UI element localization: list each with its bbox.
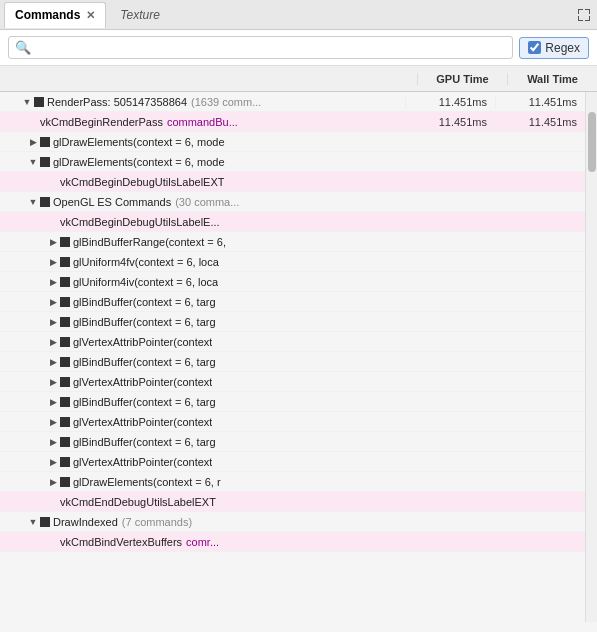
col-gpu-header: GPU Time	[417, 73, 507, 85]
table-row[interactable]: ▼ glDrawElements(context = 6, mode	[0, 152, 585, 172]
col-wall-header: Wall Time	[507, 73, 597, 85]
table-row[interactable]: ▶ glUniform4fv(context = 6, loca	[0, 252, 585, 272]
expand-icon[interactable]: ▶	[46, 315, 60, 329]
table-row[interactable]: vkCmdEndDebugUtilsLabelEXT	[0, 492, 585, 512]
table-row[interactable]: ▶ glBindBuffer(context = 6, targ	[0, 392, 585, 412]
table-row[interactable]: vkCmdBeginDebugUtilsLabelE...	[0, 212, 585, 232]
tree-container: ▼ RenderPass: 505147358864 (1639 comm...…	[0, 92, 597, 622]
tree-cell: vkCmdBeginDebugUtilsLabelE...	[0, 216, 405, 228]
row-label: vkCmdBindVertexBuffers	[60, 536, 182, 548]
table-row[interactable]: ▶ glVertexAttribPointer(context	[0, 332, 585, 352]
tab-close-icon[interactable]: ✕	[86, 9, 95, 22]
collapse-icon[interactable]: ▼	[26, 195, 40, 209]
tree-cell: vkCmdBindVertexBuffers comr...	[0, 536, 405, 548]
expand-icon[interactable]: ▶	[46, 475, 60, 489]
search-bar: 🔍 Regex	[0, 30, 597, 66]
row-subtext: (30 comma...	[175, 196, 239, 208]
tree-cell: vkCmdBeginRenderPass commandBu...	[0, 116, 405, 128]
table-row[interactable]: vkCmdBindVertexBuffers comr...	[0, 532, 585, 552]
tab-commands-label: Commands	[15, 8, 80, 22]
gpu-time-val: 11.451ms	[405, 116, 495, 128]
row-subtext: (7 commands)	[122, 516, 192, 528]
row-label: vkCmdBeginDebugUtilsLabelEXT	[60, 176, 224, 188]
table-row[interactable]: ▶ glBindBuffer(context = 6, targ	[0, 312, 585, 332]
table-row[interactable]: ▶ glBindBufferRange(context = 6,	[0, 232, 585, 252]
row-icon	[40, 517, 50, 527]
table-row[interactable]: vkCmdBeginRenderPass commandBu... 11.451…	[0, 112, 585, 132]
regex-checkbox[interactable]	[528, 41, 541, 54]
tab-texture-label: Texture	[120, 8, 160, 22]
tree-cell: ▶ glBindBuffer(context = 6, targ	[0, 315, 405, 329]
row-label: glBindBuffer(context = 6, targ	[73, 436, 216, 448]
tree-cell: ▶ glUniform4fv(context = 6, loca	[0, 255, 405, 269]
expand-icon[interactable]: ▶	[26, 135, 40, 149]
row-label: vkCmdBeginRenderPass	[40, 116, 163, 128]
table-row[interactable]: ▶ glVertexAttribPointer(context	[0, 452, 585, 472]
table-row[interactable]: ▶ glDrawElements(context = 6, mode	[0, 132, 585, 152]
expand-icon[interactable]: ▶	[46, 255, 60, 269]
row-label: glVertexAttribPointer(context	[73, 416, 212, 428]
row-icon	[34, 97, 44, 107]
tree-cell: vkCmdEndDebugUtilsLabelEXT	[0, 496, 405, 508]
expand-icon[interactable]: ▶	[46, 455, 60, 469]
row-icon	[60, 437, 70, 447]
tree-cell: ▶ glVertexAttribPointer(context	[0, 335, 405, 349]
tree-cell: ▶ glUniform4iv(context = 6, loca	[0, 275, 405, 289]
tree-scroll[interactable]: ▼ RenderPass: 505147358864 (1639 comm...…	[0, 92, 585, 622]
expand-icon[interactable]: ▶	[46, 395, 60, 409]
svg-rect-5	[578, 16, 579, 21]
row-icon	[60, 457, 70, 467]
expand-icon[interactable]: ▶	[46, 275, 60, 289]
tree-cell: ▶ glBindBufferRange(context = 6,	[0, 235, 405, 249]
collapse-icon[interactable]: ▼	[26, 155, 40, 169]
svg-rect-1	[578, 9, 579, 14]
tree-cell: ▶ glDrawElements(context = 6, r	[0, 475, 405, 489]
expand-icon[interactable]: ▶	[46, 295, 60, 309]
collapse-icon[interactable]: ▼	[26, 515, 40, 529]
tree-cell: ▶ glBindBuffer(context = 6, targ	[0, 395, 405, 409]
row-label: vkCmdEndDebugUtilsLabelEXT	[60, 496, 216, 508]
table-row[interactable]: vkCmdBeginDebugUtilsLabelEXT	[0, 172, 585, 192]
row-icon	[40, 157, 50, 167]
row-label: glVertexAttribPointer(context	[73, 456, 212, 468]
search-input[interactable]	[35, 41, 506, 55]
expand-icon[interactable]: ▶	[46, 355, 60, 369]
tab-bar: Commands ✕ Texture	[0, 0, 597, 30]
expand-icon[interactable]: ▶	[46, 335, 60, 349]
table-row[interactable]: ▶ glUniform4iv(context = 6, loca	[0, 272, 585, 292]
tree-cell: ▼ RenderPass: 505147358864 (1639 comm...	[0, 95, 405, 109]
table-row[interactable]: ▼ DrawIndexed (7 commands)	[0, 512, 585, 532]
regex-button[interactable]: Regex	[519, 37, 589, 59]
tree-cell: ▶ glVertexAttribPointer(context	[0, 415, 405, 429]
tab-texture[interactable]: Texture	[110, 2, 170, 28]
row-label: vkCmdBeginDebugUtilsLabelE...	[60, 216, 220, 228]
row-label: glDrawElements(context = 6, mode	[53, 156, 225, 168]
row-icon	[60, 257, 70, 267]
collapse-icon[interactable]: ▼	[20, 95, 34, 109]
table-row[interactable]: ▼ OpenGL ES Commands (30 comma...	[0, 192, 585, 212]
table-row[interactable]: ▶ glBindBuffer(context = 6, targ	[0, 432, 585, 452]
scrollbar-thumb[interactable]	[588, 112, 596, 172]
table-row[interactable]: ▶ glVertexAttribPointer(context	[0, 412, 585, 432]
fullscreen-button[interactable]	[575, 6, 593, 24]
row-label: glBindBuffer(context = 6, targ	[73, 296, 216, 308]
table-row[interactable]: ▶ glVertexAttribPointer(context	[0, 372, 585, 392]
table-row[interactable]: ▼ RenderPass: 505147358864 (1639 comm...…	[0, 92, 585, 112]
row-icon	[40, 137, 50, 147]
row-label: DrawIndexed	[53, 516, 118, 528]
expand-icon[interactable]: ▶	[46, 415, 60, 429]
search-input-wrap: 🔍	[8, 36, 513, 59]
expand-icon[interactable]: ▶	[46, 375, 60, 389]
row-label: glDrawElements(context = 6, mode	[53, 136, 225, 148]
row-icon	[60, 237, 70, 247]
tree-cell: ▼ OpenGL ES Commands (30 comma...	[0, 195, 405, 209]
table-row[interactable]: ▶ glBindBuffer(context = 6, targ	[0, 352, 585, 372]
table-row[interactable]: ▶ glBindBuffer(context = 6, targ	[0, 292, 585, 312]
tab-commands[interactable]: Commands ✕	[4, 2, 106, 28]
scrollbar[interactable]	[585, 92, 597, 622]
row-icon	[60, 317, 70, 327]
expand-icon[interactable]: ▶	[46, 435, 60, 449]
table-row[interactable]: ▶ glDrawElements(context = 6, r	[0, 472, 585, 492]
gpu-time-val: 11.451ms	[405, 96, 495, 108]
expand-icon[interactable]: ▶	[46, 235, 60, 249]
